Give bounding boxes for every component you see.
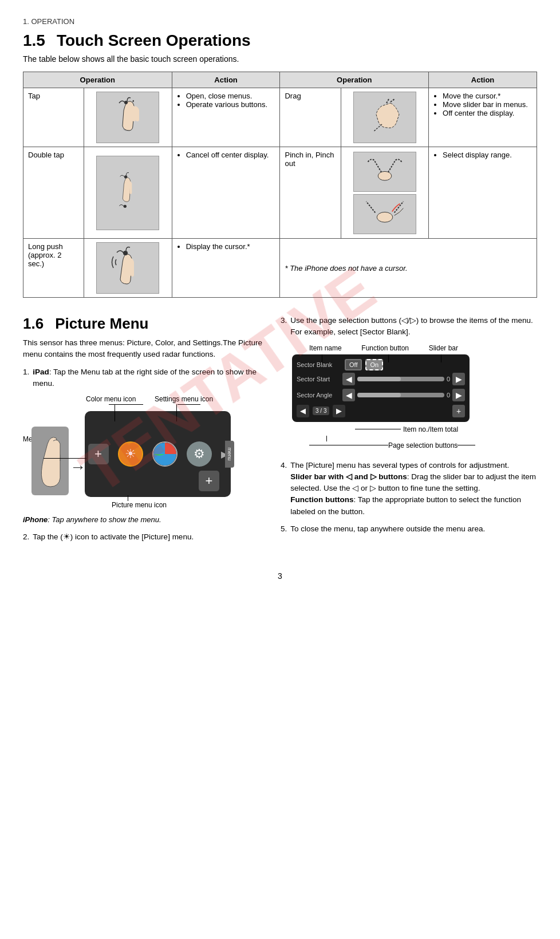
color-menu-label: Color menu icon bbox=[86, 395, 136, 403]
op-drag-action: Move the cursor.* Move slider bar in men… bbox=[429, 88, 537, 147]
section16-item5: 5. To close the menu, tap anywhere outsi… bbox=[281, 523, 537, 535]
sector-start-dec[interactable]: ◀ bbox=[342, 373, 355, 385]
op-pinch-action: Select display range. bbox=[429, 147, 537, 239]
breadcrumb: 1. OPERATION bbox=[23, 17, 537, 26]
section-16: 1.6 Picture Menu This sensor has three m… bbox=[23, 315, 537, 549]
radar-ann-bottom: Item no./Item total Page selection butto… bbox=[281, 425, 475, 449]
pinch-in-icon bbox=[354, 153, 416, 190]
section16-item3: 3. Use the page selection buttons (◁/▷) … bbox=[281, 315, 537, 338]
color-menu-icon[interactable] bbox=[152, 441, 178, 467]
sector-start-slider: ◀ 0 ▶ bbox=[342, 373, 465, 385]
picture-menu-icon[interactable]: ☀ bbox=[118, 441, 143, 467]
sector-angle-inc[interactable]: ▶ bbox=[452, 389, 465, 401]
pinch-out-icon bbox=[354, 196, 416, 232]
svg-point-7 bbox=[124, 204, 127, 207]
toggle-on-button[interactable]: On bbox=[365, 359, 383, 370]
page-sel-hline2 bbox=[458, 445, 475, 445]
long-push-icon bbox=[102, 245, 153, 291]
op-longpush-image bbox=[84, 239, 172, 298]
page-selection-row: Page selection buttons bbox=[298, 441, 475, 449]
section16-intro: This sensor has three menus: Picture, Co… bbox=[23, 337, 263, 361]
sector-start-track bbox=[357, 377, 444, 381]
item5-text: To close the menu, tap anywhere outside … bbox=[290, 523, 485, 535]
double-tap-icon bbox=[102, 170, 153, 216]
item-total-label: Item no./Item total bbox=[403, 425, 458, 433]
menu-tab-indicator[interactable]: menu bbox=[225, 441, 234, 468]
radar-menu-box: Sector Blank Off On Sector Start ◀ 0 ▶ bbox=[292, 354, 470, 422]
op-tap-label: Tap bbox=[23, 88, 84, 147]
section16-heading: Picture Menu bbox=[55, 315, 148, 333]
col-header-action1: Action bbox=[172, 72, 280, 88]
op-tap-image bbox=[84, 88, 172, 147]
svg-point-13 bbox=[123, 251, 128, 255]
plus-icon-right[interactable]: + bbox=[199, 471, 219, 491]
page-next-button[interactable]: ▶ bbox=[333, 405, 345, 417]
page-indicator: 3 / 3 bbox=[313, 407, 329, 415]
section16-left: 1.6 Picture Menu This sensor has three m… bbox=[23, 315, 263, 549]
page-sel-vline bbox=[326, 436, 327, 441]
settings-menu-icon[interactable]: ⚙ bbox=[187, 441, 212, 467]
op-pinch-image bbox=[341, 147, 428, 239]
sector-start-value: 0 bbox=[447, 376, 450, 382]
sector-angle-dec[interactable]: ◀ bbox=[342, 389, 355, 401]
svg-point-11 bbox=[377, 212, 392, 222]
item2-text: Tap the (☀) icon to activate the [Pictur… bbox=[33, 531, 194, 543]
settings-vline bbox=[176, 404, 177, 421]
op-drag-label: Drag bbox=[280, 88, 341, 147]
item-name-label: Item name bbox=[309, 344, 342, 352]
radar-menu-diagram: Item name Function button Slider bar Sec… bbox=[281, 344, 475, 449]
sector-blank-label: Sector Blank bbox=[297, 361, 341, 368]
section15-heading: Touch Screen Operations bbox=[57, 31, 251, 50]
radar-ann-top: Item name Function button Slider bar bbox=[281, 344, 475, 354]
toggle-off-button[interactable]: Off bbox=[345, 359, 362, 370]
picture-menu-ann-label: Picture menu icon bbox=[112, 501, 167, 509]
table-row: Tap bbox=[23, 88, 537, 147]
section16-item1: 1. iPad: Tap the Menu tab at the right s… bbox=[23, 366, 263, 390]
section16-item2: 2. Tap the (☀) icon to activate the [Pic… bbox=[23, 531, 263, 543]
drag-icon bbox=[359, 94, 411, 140]
op-longpush-action: Display the cursor.* bbox=[172, 239, 280, 298]
item2-num: 2. bbox=[23, 531, 29, 543]
section16-item4: 4. The [Picture] menu has several types … bbox=[281, 460, 537, 518]
sector-angle-fill bbox=[357, 393, 401, 397]
sector-angle-row: Sector Angle ◀ 0 ▶ bbox=[297, 389, 465, 401]
color-vline bbox=[115, 404, 115, 421]
op-drag-image bbox=[341, 88, 428, 147]
op-pinch-label: Pinch in, Pinch out bbox=[280, 147, 341, 239]
op-longpush-label: Long push (approx. 2 sec.) bbox=[23, 239, 84, 298]
table-row: Long push (approx. 2 sec.) bbox=[23, 239, 537, 298]
page-number: 3 bbox=[23, 571, 537, 581]
thumb-svg bbox=[36, 432, 65, 490]
sector-start-row: Sector Start ◀ 0 ▶ bbox=[297, 373, 465, 385]
col-header-operation2: Operation bbox=[280, 72, 429, 88]
op-doubletap-image bbox=[84, 147, 172, 239]
picture-ann-vline bbox=[128, 495, 128, 501]
sector-start-inc[interactable]: ▶ bbox=[452, 373, 465, 385]
sector-angle-slider: ◀ 0 ▶ bbox=[342, 389, 465, 401]
sector-angle-value: 0 bbox=[447, 392, 450, 399]
section15-subtitle: The table below shows all the basic touc… bbox=[23, 54, 537, 64]
table-row: Double tap bbox=[23, 147, 537, 239]
plus-icon-left[interactable]: + bbox=[88, 444, 109, 464]
item4-num: 4. bbox=[281, 460, 287, 518]
item-total-line bbox=[355, 429, 401, 429]
op-doubletap-label: Double tap bbox=[23, 147, 84, 239]
page-selection-label: Page selection buttons bbox=[388, 441, 458, 449]
left-menu-diagram: Color menu icon Settings menu icon Menu … bbox=[23, 395, 240, 510]
page-prev-button[interactable]: ◀ bbox=[297, 405, 309, 417]
item3-text: Use the page selection buttons (◁/▷) to … bbox=[290, 315, 537, 338]
page-nav-row: ◀ 3 / 3 ▶ + bbox=[297, 405, 465, 417]
operations-table: Operation Action Operation Action Tap bbox=[23, 72, 537, 298]
iphone-note-cell: * The iPhone does not have a cursor. bbox=[280, 239, 537, 298]
left-device-thumb bbox=[31, 427, 69, 495]
sector-start-label: Sector Start bbox=[297, 376, 342, 382]
slider-bar-vline bbox=[441, 354, 441, 362]
op-doubletap-action: Cancel off center display. bbox=[172, 147, 280, 239]
function-button-label: Function button bbox=[361, 344, 409, 352]
section16-title: 1.6 bbox=[23, 315, 44, 333]
item3-num: 3. bbox=[281, 315, 287, 338]
sector-angle-track bbox=[357, 393, 444, 397]
section16-right: 3. Use the page selection buttons (◁/▷) … bbox=[281, 315, 537, 549]
page-plus-button[interactable]: + bbox=[452, 405, 465, 417]
col-header-operation1: Operation bbox=[23, 72, 172, 88]
